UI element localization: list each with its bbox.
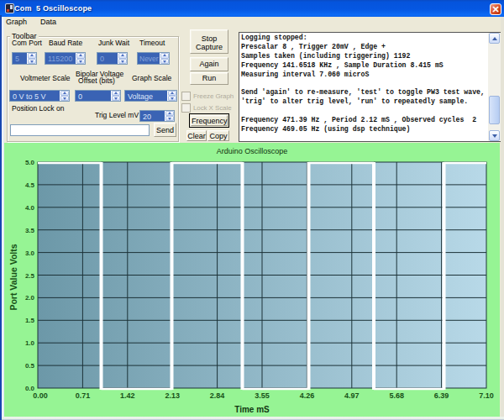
svg-text:2.0: 2.0 <box>25 294 35 302</box>
svg-text:1.42: 1.42 <box>120 391 135 400</box>
svg-text:3.5: 3.5 <box>25 227 35 234</box>
svg-text:2.84: 2.84 <box>210 391 225 400</box>
svg-text:6.39: 6.39 <box>434 391 449 400</box>
svg-text:5.0: 5.0 <box>25 159 35 166</box>
svg-text:4.26: 4.26 <box>300 391 315 400</box>
svg-text:2.5: 2.5 <box>25 272 35 280</box>
svg-text:2.13: 2.13 <box>165 391 180 400</box>
svg-text:0.00: 0.00 <box>33 391 48 400</box>
svg-text:4.97: 4.97 <box>344 391 360 400</box>
svg-text:5.68: 5.68 <box>389 391 404 400</box>
svg-text:0.5: 0.5 <box>25 362 35 370</box>
svg-text:1.5: 1.5 <box>25 317 35 324</box>
svg-text:7.10: 7.10 <box>479 391 494 400</box>
svg-text:4.5: 4.5 <box>25 181 35 189</box>
svg-text:4.0: 4.0 <box>25 204 35 212</box>
svg-text:1.0: 1.0 <box>25 339 35 347</box>
svg-text:0.71: 0.71 <box>76 391 91 400</box>
svg-text:Port Value Volts: Port Value Volts <box>8 244 18 310</box>
svg-text:Arduino Oscilloscope: Arduino Oscilloscope <box>217 147 288 155</box>
svg-text:Time mS: Time mS <box>234 405 270 414</box>
svg-text:3.55: 3.55 <box>255 391 270 400</box>
svg-text:3.0: 3.0 <box>25 249 35 257</box>
